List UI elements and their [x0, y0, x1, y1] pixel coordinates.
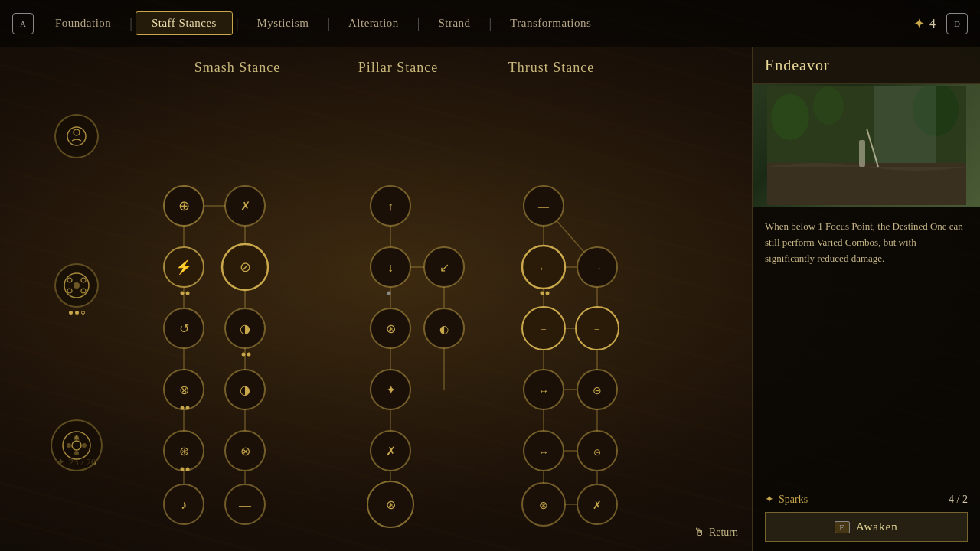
- sparks-icon-panel: ✦: [765, 493, 774, 506]
- sparks-count-nav: 4: [929, 17, 936, 31]
- svg-point-5: [81, 278, 86, 282]
- right-panel: Endeavor When below 1 Focus Point, the D…: [752, 47, 980, 551]
- return-button[interactable]: 🖱 Return: [694, 527, 738, 539]
- nav-right-key: D: [946, 13, 968, 34]
- panel-image: [753, 84, 980, 207]
- sparks-fraction: 4 / 2: [949, 494, 968, 506]
- nav-item-staff-stances[interactable]: Staff Stances: [136, 11, 233, 35]
- nav-separator-3: |: [327, 15, 330, 31]
- nav-separator-4: |: [417, 15, 420, 31]
- panel-screenshot: [767, 86, 966, 205]
- skill-tree-area: Smash Stance Pillar Stance Thrust Stance: [115, 47, 750, 551]
- sidebar-orb-middle[interactable]: [54, 263, 99, 308]
- mouse-icon: 🖱: [694, 527, 704, 539]
- panel-bottom: ✦ Sparks 4 / 2 E Awaken: [753, 484, 980, 551]
- sidebar-orb-bottom[interactable]: [51, 419, 103, 471]
- svg-rect-128: [874, 86, 936, 163]
- sparks-label: ✦ Sparks: [765, 493, 808, 506]
- awaken-key: E: [835, 521, 850, 533]
- dot-1: [69, 311, 73, 315]
- top-navigation: A Foundation | Staff Stances | Mysticism…: [0, 0, 980, 47]
- awaken-button[interactable]: E Awaken: [765, 512, 968, 542]
- nav-left-key: A: [12, 13, 34, 34]
- nav-separator-5: |: [489, 15, 492, 31]
- return-label: Return: [709, 527, 738, 539]
- svg-point-11: [82, 443, 87, 448]
- dot-3: [81, 311, 85, 315]
- sparks-icon-nav: ✦: [913, 15, 925, 32]
- svg-point-4: [67, 278, 72, 282]
- nav-item-strand[interactable]: Strand: [423, 12, 485, 34]
- svg-point-7: [81, 289, 86, 293]
- nav-item-alteration[interactable]: Alteration: [333, 12, 414, 34]
- sidebar-dots-middle: [69, 311, 85, 315]
- panel-title-bar: Endeavor: [753, 47, 980, 84]
- svg-point-13: [74, 435, 79, 440]
- nav-right-area: ✦ 4 D: [913, 13, 974, 34]
- smash-stance-title: Smash Stance: [153, 60, 322, 76]
- dot-2: [75, 311, 79, 315]
- sparks-row: ✦ Sparks 4 / 2: [765, 493, 968, 506]
- svg-point-6: [67, 289, 72, 293]
- awaken-label: Awaken: [856, 520, 898, 533]
- nav-item-mysticism[interactable]: Mysticism: [242, 12, 325, 34]
- nav-item-foundation[interactable]: Foundation: [40, 12, 126, 34]
- svg-point-3: [74, 282, 80, 289]
- stance-headers: Smash Stance Pillar Stance Thrust Stance: [115, 47, 750, 76]
- nav-separator-1: |: [129, 15, 132, 31]
- nav-separator-2: |: [236, 15, 239, 31]
- panel-description: When below 1 Focus Point, the Destined O…: [753, 207, 980, 279]
- svg-point-12: [74, 451, 79, 455]
- sidebar-orb-top[interactable]: [54, 114, 99, 158]
- panel-title: Endeavor: [765, 57, 968, 74]
- pillar-stance-title: Pillar Stance: [322, 60, 475, 76]
- svg-rect-126: [859, 140, 865, 167]
- left-sidebar: ✦ 23 / 20: [46, 61, 107, 520]
- svg-point-1: [74, 129, 80, 135]
- thrust-stance-title: Thrust Stance: [475, 60, 628, 76]
- svg-point-123: [771, 94, 809, 140]
- sparks-text: Sparks: [779, 494, 808, 506]
- svg-point-10: [67, 443, 71, 448]
- svg-point-125: [813, 86, 844, 125]
- nav-item-transformations[interactable]: Transformations: [495, 12, 606, 34]
- skill-nodes-overlay: [115, 90, 750, 551]
- svg-point-9: [72, 441, 81, 450]
